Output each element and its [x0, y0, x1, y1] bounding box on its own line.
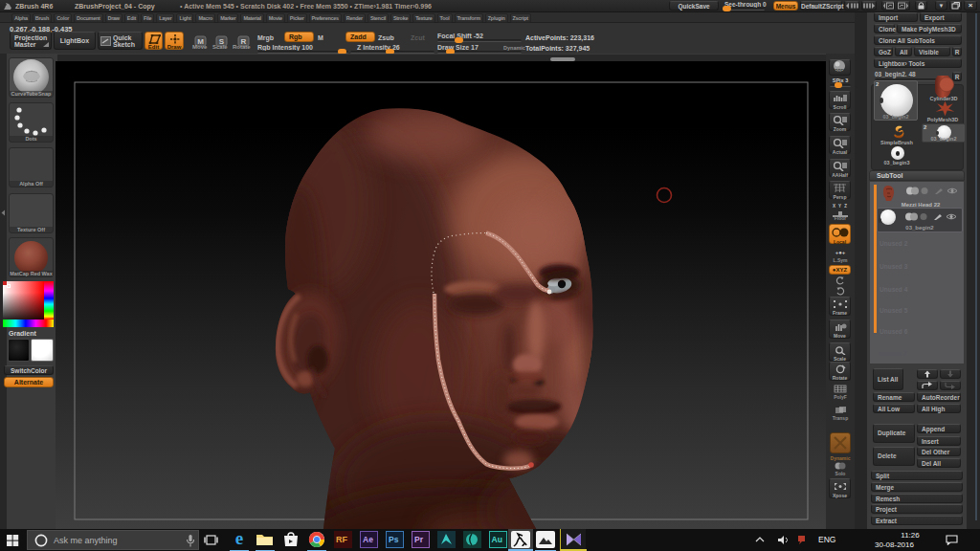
svg-text:BPR: BPR: [835, 69, 844, 74]
